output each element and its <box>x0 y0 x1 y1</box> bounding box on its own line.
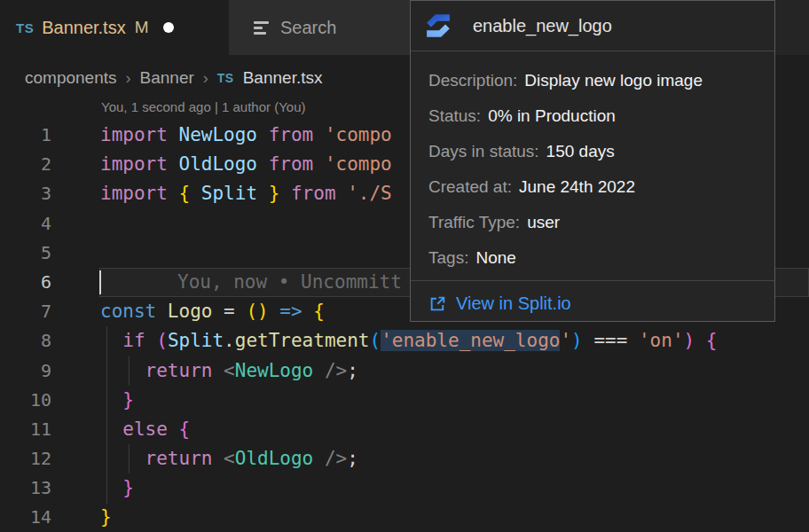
code-line[interactable]: 9 return <NewLogo />; <box>0 356 809 386</box>
tooltip-row-value: None <box>475 248 515 268</box>
code-text: import OldLogo from 'compo <box>100 150 392 179</box>
code-text: } <box>100 503 112 532</box>
line-number: 8 <box>0 326 51 356</box>
tooltip-row-label: Created at: <box>428 177 512 197</box>
code-line[interactable]: 12 return <OldLogo />; <box>0 444 809 473</box>
indent-guide <box>129 444 130 473</box>
view-in-split-label: View in Split.io <box>456 293 571 314</box>
inline-blame-annotation: You, now • Uncommitt <box>177 268 402 297</box>
tab-banner-tsx[interactable]: TS Banner.tsx M <box>0 0 229 55</box>
line-number: 7 <box>0 297 51 326</box>
tooltip-row: Created at:June 24th 2022 <box>428 169 757 205</box>
code-text: const Logo = () => { <box>100 297 325 326</box>
tooltip-row: Days in status:150 days <box>428 134 757 169</box>
chevron-right-icon: › <box>203 69 208 88</box>
external-link-icon <box>428 294 447 313</box>
code-line[interactable]: 11 else { <box>0 415 809 444</box>
tooltip-header: enable_new_logo <box>411 1 774 51</box>
indent-guide <box>129 356 130 386</box>
code-text: import { Split } from './S <box>100 179 392 208</box>
tooltip-row: Status:0% in Production <box>428 98 757 134</box>
tooltip-row-label: Traffic Type: <box>428 213 520 232</box>
line-number: 10 <box>0 386 51 415</box>
line-number: 6 <box>0 268 51 297</box>
line-number: 12 <box>0 444 51 473</box>
tab-title: Banner.tsx <box>42 18 126 38</box>
split-logo-icon <box>425 12 452 39</box>
tooltip-body: Description:Display new logo imageStatus… <box>411 51 774 276</box>
search-editor-icon <box>254 21 269 35</box>
tooltip-row: Description:Display new logo image <box>428 63 757 98</box>
tooltip-row-label: Days in status: <box>428 142 539 161</box>
line-number: 9 <box>0 356 51 386</box>
line-number: 14 <box>0 503 51 532</box>
view-in-split-link[interactable]: View in Split.io <box>411 281 774 314</box>
tooltip-row-value: June 24th 2022 <box>519 177 635 197</box>
breadcrumb: components › Banner › TS Banner.tsx <box>25 62 322 94</box>
chevron-right-icon: › <box>126 69 131 88</box>
codelens-blame-summary[interactable]: You, 1 second ago | 1 author (You) <box>101 99 305 114</box>
tooltip-row: Traffic Type:user <box>428 205 757 240</box>
tooltip-row: Tags:None <box>428 240 757 276</box>
line-number: 2 <box>0 150 51 179</box>
code-line[interactable]: 8 if (Split.getTreatment('enable_new_log… <box>0 326 809 356</box>
line-number: 13 <box>0 473 51 503</box>
code-text: if (Split.getTreatment('enable_new_logo'… <box>100 326 718 356</box>
breadcrumb-file[interactable]: Banner.tsx <box>243 68 323 88</box>
tooltip-row-label: Status: <box>428 106 481 126</box>
code-line[interactable]: 10 } <box>0 386 809 415</box>
code-text: } <box>100 386 134 415</box>
line-number: 11 <box>0 415 51 444</box>
git-modified-badge: M <box>135 18 149 37</box>
tooltip-row-label: Tags: <box>428 248 468 268</box>
tooltip-row-label: Description: <box>428 71 517 90</box>
tooltip-row-value: Display new logo image <box>524 71 703 90</box>
tab-title: Search <box>280 18 336 38</box>
code-text: return <OldLogo />; <box>100 444 358 473</box>
unsaved-changes-dot-icon[interactable] <box>163 22 174 33</box>
code-line[interactable]: 14} <box>0 503 809 532</box>
breadcrumb-subfolder[interactable]: Banner <box>140 68 194 88</box>
line-number: 1 <box>0 121 51 150</box>
breadcrumb-folder[interactable]: components <box>25 68 117 88</box>
code-text: return <NewLogo />; <box>100 356 358 386</box>
tooltip-row-value: 0% in Production <box>488 106 616 126</box>
tooltip-row-value: 150 days <box>546 142 615 161</box>
tooltip-row-value: user <box>527 213 560 232</box>
indent-guide <box>106 326 107 504</box>
line-number: 4 <box>0 209 51 239</box>
text-cursor <box>99 270 101 294</box>
typescript-file-icon: TS <box>217 71 234 85</box>
line-number: 3 <box>0 179 51 208</box>
code-text: import NewLogo from 'compo <box>100 121 392 150</box>
feature-flag-name: enable_new_logo <box>473 16 612 36</box>
line-number: 5 <box>0 239 51 268</box>
split-feature-flag-tooltip: enable_new_logo Description:Display new … <box>410 0 775 322</box>
vscode-window: TS Banner.tsx M Search components › Bann… <box>0 0 809 532</box>
code-text: } <box>100 473 134 503</box>
code-line[interactable]: 13 } <box>0 473 809 503</box>
code-text: else { <box>100 415 190 444</box>
typescript-file-icon: TS <box>16 20 34 35</box>
